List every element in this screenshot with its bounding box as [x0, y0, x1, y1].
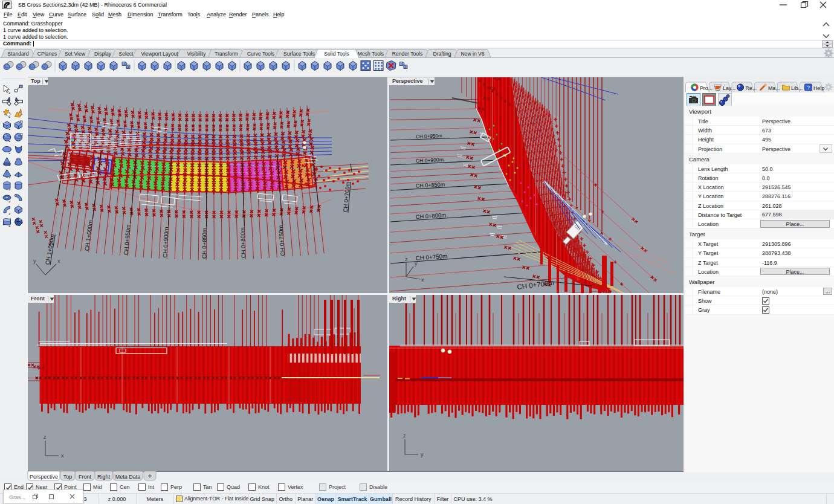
svg-text:Front: Front	[79, 474, 92, 480]
svg-text:Visibility: Visibility	[187, 51, 207, 57]
svg-text:Display: Display	[94, 51, 112, 57]
svg-text:Transform: Transform	[215, 51, 238, 57]
svg-text:Select: Select	[119, 51, 134, 57]
svg-text:New in V6: New in V6	[461, 51, 484, 57]
svg-text:x: x	[421, 277, 424, 283]
svg-text:Re...: Re...	[746, 85, 757, 91]
svg-text:Viewport Layout: Viewport Layout	[141, 51, 178, 57]
svg-text:x: x	[57, 258, 60, 264]
svg-text:CH 0+900m: CH 0+900m	[161, 227, 169, 257]
svg-text:y: y	[421, 451, 424, 457]
svg-text:x: x	[61, 453, 64, 459]
svg-text:?: ?	[807, 85, 810, 91]
svg-text:Perspective: Perspective	[30, 474, 58, 480]
svg-text:Mesh Tools: Mesh Tools	[358, 51, 384, 57]
svg-text:Surface Tools: Surface Tools	[283, 51, 315, 57]
svg-text:Curve Tools: Curve Tools	[247, 51, 274, 57]
svg-text:Set View: Set View	[65, 51, 86, 57]
svg-text:Meta Data: Meta Data	[115, 474, 141, 480]
svg-text:Help: Help	[813, 85, 824, 91]
svg-text:Right: Right	[97, 474, 111, 480]
svg-text:Standard: Standard	[8, 51, 29, 57]
svg-text:Pro...: Pro...	[700, 85, 713, 91]
svg-text:Solid Tools: Solid Tools	[324, 51, 349, 57]
svg-text:Drafting: Drafting	[433, 51, 451, 57]
svg-text:z: z	[44, 434, 47, 440]
svg-text:CPlanes: CPlanes	[37, 51, 57, 57]
svg-text:y: y	[33, 258, 36, 264]
svg-text:z: z	[405, 256, 408, 262]
svg-text:CH 0+800m: CH 0+800m	[239, 227, 247, 258]
svg-text:CH 0+900m: CH 0+900m	[416, 157, 444, 164]
svg-text:Ma...: Ma...	[768, 85, 780, 91]
svg-text:CH 0+950m: CH 0+950m	[416, 133, 442, 139]
svg-text:Lib...: Lib...	[791, 85, 803, 91]
svg-text:z: z	[403, 433, 406, 439]
svg-text:y: y	[415, 260, 418, 267]
svg-text:CH 0+850m: CH 0+850m	[201, 228, 207, 259]
svg-text:Lay...: Lay...	[723, 85, 735, 91]
svg-text:Top: Top	[63, 474, 73, 480]
svg-text:Render Tools: Render Tools	[392, 51, 422, 57]
